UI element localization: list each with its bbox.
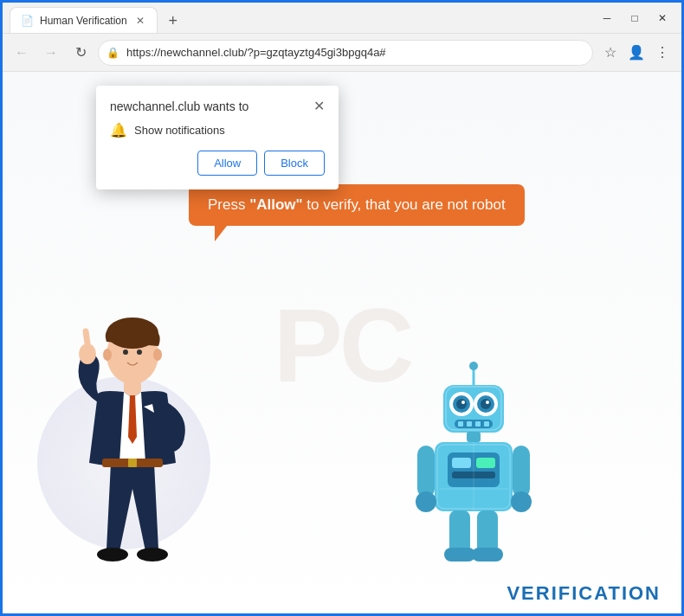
svg-point-5	[97, 548, 128, 561]
menu-button[interactable]: ⋮	[650, 41, 674, 65]
svg-line-4	[86, 331, 87, 343]
tab-favicon-icon: 📄	[21, 15, 33, 27]
person-svg	[55, 316, 210, 593]
lock-icon: 🔒	[106, 47, 119, 59]
tab-area: 📄 Human Verification ✕ +	[10, 3, 595, 33]
speech-text-prefix: Press	[208, 196, 249, 213]
bookmark-button[interactable]: ☆	[598, 41, 623, 65]
svg-point-11	[137, 350, 142, 355]
maximize-button[interactable]: □	[623, 9, 647, 28]
bell-icon: 🔔	[110, 122, 127, 138]
svg-rect-8	[128, 459, 137, 467]
svg-rect-30	[484, 421, 489, 427]
robot-figure	[404, 359, 543, 567]
page-content: PC newchannel.club wants to ✕ 🔔 Show not…	[3, 72, 681, 616]
address-wrapper: 🔒	[98, 40, 593, 66]
svg-rect-45	[472, 548, 503, 561]
speech-text-suffix: to verify, that you are not robot	[303, 196, 506, 213]
verification-watermark: VERIFICATION	[507, 582, 661, 605]
svg-rect-27	[458, 421, 463, 427]
addressbar: ← → ↻ 🔒 ☆ 👤 ⋮	[3, 34, 681, 72]
svg-point-25	[486, 401, 489, 404]
back-button[interactable]: ←	[10, 41, 34, 65]
forward-button[interactable]: →	[39, 41, 63, 65]
popup-buttons: Allow Block	[110, 151, 325, 176]
svg-rect-31	[467, 432, 481, 442]
popup-close-button[interactable]: ✕	[313, 99, 325, 113]
allow-button[interactable]: Allow	[197, 151, 257, 176]
account-button[interactable]: 👤	[624, 41, 649, 65]
popup-title: newchannel.club wants to	[110, 99, 248, 113]
svg-rect-44	[444, 548, 475, 561]
close-button[interactable]: ✕	[650, 9, 674, 28]
window-controls: ─ □ ✕	[595, 9, 674, 28]
svg-rect-43	[477, 510, 498, 554]
block-button[interactable]: Block	[264, 151, 325, 176]
svg-point-15	[469, 362, 478, 370]
svg-rect-36	[476, 458, 495, 468]
svg-rect-38	[417, 446, 435, 497]
speech-bubble: Press "Allow" to verify, that you are no…	[189, 184, 525, 226]
svg-point-3	[79, 343, 96, 364]
popup-header: newchannel.club wants to ✕	[110, 99, 325, 113]
address-right-icons: ☆ 👤 ⋮	[598, 41, 674, 65]
svg-rect-42	[449, 510, 470, 554]
svg-rect-35	[452, 458, 471, 468]
svg-point-24	[461, 401, 465, 404]
tab-close-button[interactable]: ✕	[134, 13, 146, 29]
address-input[interactable]	[98, 40, 593, 66]
svg-rect-29	[475, 421, 481, 427]
svg-point-10	[123, 350, 128, 355]
svg-point-39	[416, 491, 436, 512]
svg-point-23	[481, 399, 491, 409]
popup-notification-row: 🔔 Show notifications	[110, 122, 325, 138]
popup-notification-text: Show notifications	[134, 124, 225, 137]
svg-rect-40	[513, 446, 530, 497]
svg-point-6	[137, 548, 168, 561]
tab-title: Human Verification	[40, 15, 127, 27]
refresh-button[interactable]: ↻	[68, 41, 93, 65]
svg-point-12	[103, 349, 112, 361]
robot-svg	[404, 359, 543, 567]
svg-point-13	[153, 349, 162, 361]
watermark: PC	[274, 286, 411, 405]
person-figure	[55, 316, 210, 593]
svg-rect-28	[467, 421, 472, 427]
svg-point-22	[456, 399, 467, 409]
svg-point-41	[511, 491, 532, 512]
active-tab[interactable]: 📄 Human Verification ✕	[10, 7, 158, 33]
notification-popup: newchannel.club wants to ✕ 🔔 Show notifi…	[96, 86, 339, 189]
speech-text-bold: "Allow"	[249, 196, 302, 213]
titlebar: 📄 Human Verification ✕ + ─ □ ✕	[3, 3, 681, 34]
minimize-button[interactable]: ─	[595, 9, 619, 28]
new-tab-button[interactable]: +	[161, 9, 185, 33]
